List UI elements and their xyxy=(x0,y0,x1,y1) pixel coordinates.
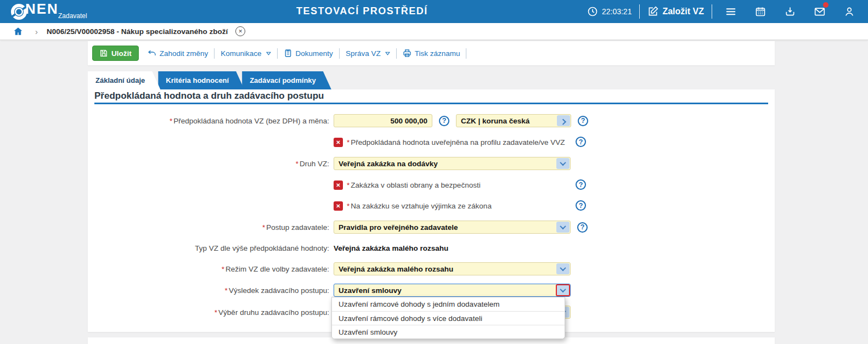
dropdown-option[interactable]: Uzavření smlouvy xyxy=(332,325,565,339)
section-rule xyxy=(94,103,768,104)
header-divider xyxy=(712,4,712,19)
record-tabs: Základní údaje Kritéria hodnocení Zadáva… xyxy=(88,71,331,89)
home-icon[interactable] xyxy=(13,26,23,36)
postup-dropdown-button[interactable] xyxy=(556,222,570,233)
mail-icon xyxy=(814,6,825,17)
vyber-druhu-label: *Výběr druhu zadávacího postupu: xyxy=(94,308,329,317)
help-icon[interactable]: ? xyxy=(576,179,586,190)
help-icon[interactable]: ? xyxy=(578,116,588,126)
postup-select[interactable]: Pravidla pro veřejného zadavatele xyxy=(334,221,571,234)
exception-label: *Na zakázku se vztahuje výjimka ze zákon… xyxy=(347,202,492,210)
environment-title: TESTOVACÍ PROSTŘEDÍ xyxy=(296,5,428,17)
menu-button[interactable] xyxy=(724,4,738,19)
estimated-value-label: *Předpokládaná hodnota VZ (bez DPH) a mě… xyxy=(94,117,329,125)
toolbar-divider xyxy=(339,48,340,59)
vysledek-label: *Výsledek zadávacího postupu: xyxy=(94,286,329,295)
chevron-down-icon xyxy=(560,286,566,292)
discard-changes-button[interactable]: Zahodit změny xyxy=(148,49,208,58)
clock-icon xyxy=(587,6,598,17)
dropdown-option[interactable]: Uzavření rámcové dohody s více dodavatel… xyxy=(332,311,565,325)
save-button[interactable]: Uložit xyxy=(92,46,139,61)
close-record-icon[interactable]: ✕ xyxy=(235,26,245,36)
rezim-value: Veřejná zakázka malého rozsahu xyxy=(339,265,453,273)
notification-dot xyxy=(823,2,828,8)
section-heading: Předpokládaná hodnota a druh zadávacího … xyxy=(94,91,324,101)
messages-button[interactable] xyxy=(813,4,827,19)
row-postup: *Postup zadavatele: Pravidla pro veřejné… xyxy=(88,221,775,234)
help-icon[interactable]: ? xyxy=(577,222,588,233)
manage-vz-menu[interactable]: Správa VZ xyxy=(346,49,390,58)
triangle-down-icon xyxy=(266,52,271,55)
tab-kriteria-hodnoceni[interactable]: Kritéria hodnocení xyxy=(158,71,244,89)
create-vz-button[interactable]: Založit VZ xyxy=(647,6,704,17)
profile-button[interactable] xyxy=(842,4,856,19)
help-icon[interactable]: ? xyxy=(576,137,586,147)
documents-label: Dokumenty xyxy=(296,49,333,58)
manage-vz-label: Správa VZ xyxy=(346,49,381,58)
row-druh-vz: *Druh VZ: Veřejná zakázka na dodávky xyxy=(88,157,775,170)
toolbar-divider xyxy=(466,48,466,59)
help-icon[interactable]: ? xyxy=(576,200,586,211)
rezim-select[interactable]: Veřejná zakázka malého rozsahu xyxy=(334,262,571,275)
druh-vz-select[interactable]: Veřejná zakázka na dodávky xyxy=(334,157,571,170)
checkbox-unchecked-icon[interactable]: ✕ xyxy=(334,138,343,147)
row-rezim: *Režim VZ dle volby zadavatele: Veřejná … xyxy=(88,262,775,275)
printer-icon xyxy=(403,49,412,58)
checkbox-unchecked-icon[interactable]: ✕ xyxy=(334,201,343,211)
vysledek-select[interactable]: Uzavření smlouvy xyxy=(334,284,571,297)
user-icon xyxy=(844,6,855,17)
clock-time: 22:03:21 xyxy=(602,7,632,16)
app-header: NEN Zadavatel TESTOVACÍ PROSTŘEDÍ 22:03:… xyxy=(0,0,868,23)
help-icon[interactable]: ? xyxy=(439,116,449,126)
vysledek-dropdown-button[interactable] xyxy=(556,284,570,296)
row-estimated-value: *Předpokládaná hodnota VZ (bez DPH) a mě… xyxy=(88,114,775,127)
estimated-value-input[interactable]: 500 000,00 xyxy=(334,114,432,127)
currency-open-button[interactable] xyxy=(557,115,570,126)
row-exception: ✕ *Na zakázku se vztahuje výjimka ze zák… xyxy=(88,199,775,212)
vysledek-value: Uzavření smlouvy xyxy=(339,286,402,295)
download-icon xyxy=(785,6,796,17)
documents-button[interactable]: Dokumenty xyxy=(284,49,333,58)
row-published: ✕ *Předpokládaná hodnota uveřejněna na p… xyxy=(88,136,775,149)
communication-label: Komunikace xyxy=(221,49,261,58)
logo-text[interactable]: NEN xyxy=(25,1,59,18)
print-record-button[interactable]: Tisk záznamu xyxy=(403,49,460,58)
checkbox-unchecked-icon[interactable]: ✕ xyxy=(334,181,343,190)
downloads-button[interactable] xyxy=(783,4,797,19)
rezim-dropdown-button[interactable] xyxy=(556,263,570,274)
dropdown-option[interactable]: Uzavření rámcové dohody s jedním dodavat… xyxy=(332,297,565,311)
calendar-icon xyxy=(755,6,766,17)
breadcrumb-chevron: › xyxy=(35,27,38,36)
document-icon xyxy=(284,49,292,58)
chevron-down-icon xyxy=(560,223,566,229)
currency-picker[interactable]: CZK | koruna česká xyxy=(456,114,571,127)
published-label: *Předpokládaná hodnota uveřejněna na pro… xyxy=(347,138,565,146)
hamburger-icon xyxy=(725,6,736,17)
communication-menu[interactable]: Komunikace xyxy=(221,49,270,58)
session-clock: 22:03:21 xyxy=(587,6,632,17)
tab-zakladni-udaje[interactable]: Základní údaje xyxy=(88,71,160,89)
typ-vz-label: Typ VZ dle výše předpokládané hodnoty: xyxy=(94,244,329,252)
form-panel: Předpokládaná hodnota a druh zadávacího … xyxy=(88,89,775,332)
toolbar-divider xyxy=(396,48,397,59)
row-vysledek: *Výsledek zadávacího postupu: Uzavření s… xyxy=(88,284,775,297)
tab-zadavaci-podminky[interactable]: Zadávací podmínky xyxy=(242,71,331,89)
currency-value: CZK | koruna česká xyxy=(461,117,529,125)
breadcrumb-item[interactable]: N006/25/V00002958 - Nákup specializované… xyxy=(47,27,228,36)
print-record-label: Tisk záznamu xyxy=(415,49,460,58)
typ-vz-value: Veřejná zakázka malého rozsahu xyxy=(334,244,448,252)
druh-vz-dropdown-button[interactable] xyxy=(556,158,570,169)
logo-subtitle: Zadavatel xyxy=(58,12,87,20)
toolbar-divider xyxy=(277,48,278,59)
druh-vz-value: Veřejná zakázka na dodávky xyxy=(339,160,438,168)
discard-changes-label: Zahodit změny xyxy=(160,49,208,58)
row-defense: ✕ *Zakázka v oblasti obrany a bezpečnost… xyxy=(88,178,775,191)
defense-label: *Zakázka v oblasti obrany a bezpečnosti xyxy=(347,181,481,189)
header-divider xyxy=(639,4,640,19)
druh-vz-label: *Druh VZ: xyxy=(94,160,329,168)
triangle-down-icon xyxy=(385,52,390,55)
toolbar-divider xyxy=(214,48,215,59)
chevron-down-icon xyxy=(560,265,566,271)
calendar-button[interactable] xyxy=(753,4,768,19)
postup-value: Pravidla pro veřejného zadavatele xyxy=(339,223,458,232)
